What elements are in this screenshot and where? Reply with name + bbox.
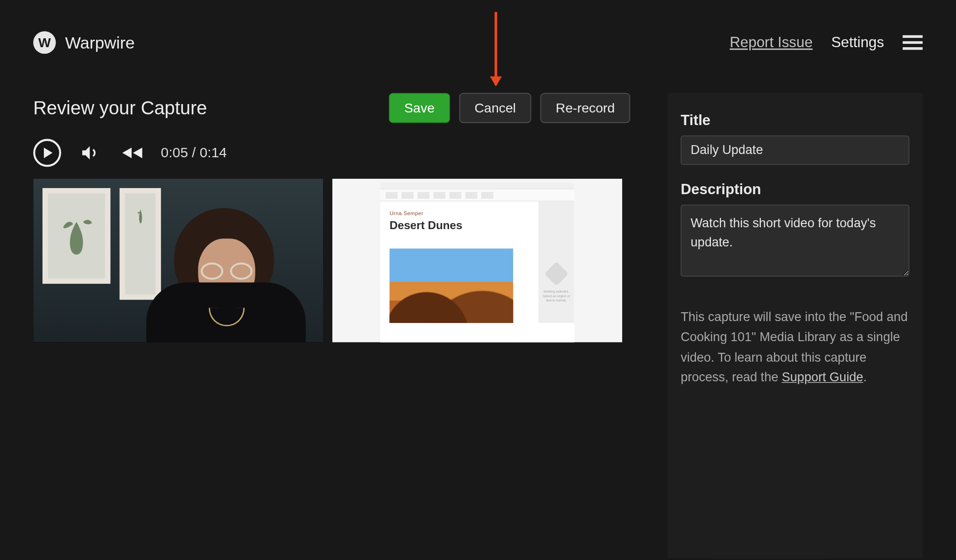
- cancel-button[interactable]: Cancel: [459, 93, 531, 123]
- description-input[interactable]: [681, 205, 909, 277]
- action-buttons: Save Cancel Re-record: [389, 93, 630, 123]
- brand-name: Warpwire: [65, 33, 135, 52]
- player-controls: 0:05 / 0:14: [33, 139, 630, 167]
- title-input[interactable]: [681, 135, 909, 165]
- doc-title: Desert Dunes: [389, 219, 529, 232]
- helper-text-after: .: [863, 370, 867, 384]
- annotation-arrow: [494, 12, 497, 85]
- doc-image: [389, 249, 513, 323]
- rerecord-button[interactable]: Re-record: [541, 93, 630, 123]
- webcam-preview[interactable]: [33, 179, 323, 342]
- timecode: 0:05 / 0:14: [161, 145, 227, 161]
- settings-link[interactable]: Settings: [831, 34, 884, 51]
- play-button[interactable]: [33, 139, 61, 167]
- doc-side-caption: Nothing selected. Select an object or te…: [541, 289, 572, 303]
- details-panel: Title Description This capture will save…: [668, 93, 923, 558]
- app-header: W Warpwire Report Issue Settings: [0, 0, 956, 61]
- report-issue-link[interactable]: Report Issue: [730, 34, 813, 51]
- play-icon: [33, 139, 61, 167]
- description-label: Description: [681, 181, 909, 198]
- header-links: Report Issue Settings: [730, 34, 922, 51]
- preview-videos: Urna Semper Desert Dunes Nothing selecte…: [33, 179, 630, 342]
- helper-text: This capture will save into the "Food an…: [681, 307, 909, 388]
- brand: W Warpwire: [33, 31, 134, 54]
- doc-subtitle: Urna Semper: [389, 210, 529, 217]
- title-label: Title: [681, 112, 909, 129]
- format-brush-icon: [544, 262, 569, 286]
- screenshare-preview[interactable]: Urna Semper Desert Dunes Nothing selecte…: [332, 179, 622, 342]
- volume-icon: [80, 143, 100, 163]
- rewind-button[interactable]: [118, 139, 146, 167]
- save-button[interactable]: Save: [389, 93, 450, 123]
- brand-logo-icon: W: [33, 31, 56, 54]
- support-guide-link[interactable]: Support Guide: [782, 370, 863, 384]
- menu-icon[interactable]: [903, 35, 923, 49]
- volume-button[interactable]: [76, 139, 104, 167]
- page-title: Review your Capture: [33, 98, 207, 119]
- rewind-icon: [121, 143, 143, 163]
